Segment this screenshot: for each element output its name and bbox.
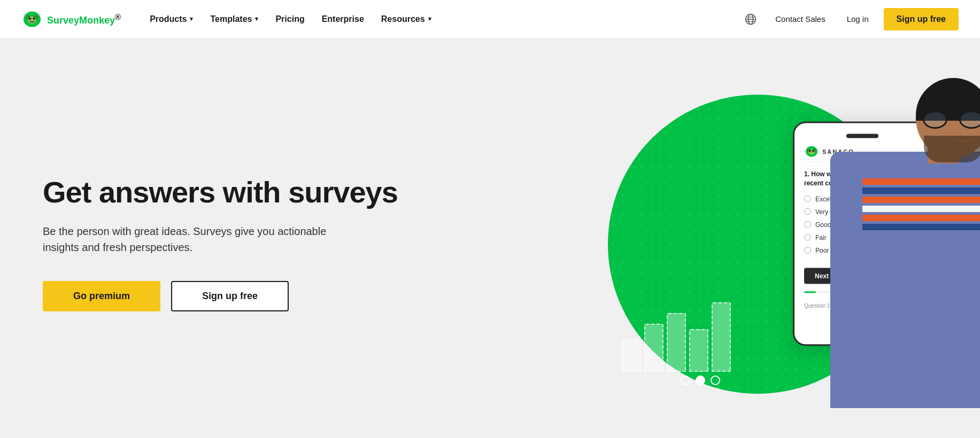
bar-1 bbox=[622, 340, 641, 372]
bar-2 bbox=[644, 324, 663, 372]
svg-point-16 bbox=[808, 150, 815, 155]
resources-chevron-icon: ▾ bbox=[428, 15, 431, 22]
svg-point-18 bbox=[812, 150, 814, 152]
bar-chart bbox=[622, 292, 731, 372]
hero-buttons: Go premium Sign up free bbox=[43, 281, 406, 311]
person-illustration bbox=[830, 73, 980, 404]
logo[interactable]: SurveyMonkey® bbox=[21, 11, 121, 28]
shirt-stripes bbox=[857, 178, 980, 233]
person-glasses bbox=[921, 110, 980, 129]
go-premium-button[interactable]: Go premium bbox=[43, 281, 160, 311]
logo-icon bbox=[21, 11, 43, 28]
hero-title: Get answers with surveys bbox=[43, 176, 406, 209]
dot-2[interactable] bbox=[696, 376, 705, 385]
stripe-3 bbox=[857, 197, 980, 203]
bar-5 bbox=[712, 302, 731, 372]
radio-good[interactable] bbox=[804, 221, 811, 228]
navbar-right: Contact Sales Log in Sign up free bbox=[741, 8, 959, 30]
option-good-label: Good bbox=[815, 221, 831, 228]
main-nav: Products ▾ Templates ▾ Pricing Enterpris… bbox=[142, 10, 741, 28]
login-button[interactable]: Log in bbox=[840, 10, 875, 28]
glass-bridge bbox=[951, 119, 956, 121]
logo-text: SurveyMonkey® bbox=[47, 12, 121, 26]
radio-poor[interactable] bbox=[804, 247, 811, 254]
globe-icon bbox=[745, 13, 757, 25]
signup-button[interactable]: Sign up free bbox=[884, 8, 959, 30]
stripe-6 bbox=[857, 224, 980, 230]
hero-signup-button[interactable]: Sign up free bbox=[171, 281, 289, 311]
stripe-2 bbox=[857, 187, 980, 194]
radio-excellent[interactable] bbox=[804, 195, 811, 202]
glass-right bbox=[959, 111, 980, 129]
globe-button[interactable] bbox=[741, 10, 760, 29]
svg-point-17 bbox=[809, 150, 811, 152]
glass-left bbox=[923, 111, 947, 129]
pagination-dots bbox=[681, 376, 720, 385]
progress-fill bbox=[804, 291, 816, 293]
stripe-4 bbox=[857, 206, 980, 212]
nav-enterprise[interactable]: Enterprise bbox=[314, 10, 372, 28]
jacket-left bbox=[830, 152, 862, 408]
nav-resources[interactable]: Resources ▾ bbox=[374, 10, 439, 28]
products-chevron-icon: ▾ bbox=[190, 15, 193, 22]
nav-products[interactable]: Products ▾ bbox=[142, 10, 200, 28]
stripe-1 bbox=[857, 178, 980, 185]
bar-3 bbox=[667, 313, 686, 372]
templates-chevron-icon: ▾ bbox=[255, 15, 258, 22]
hero-content-left: Get answers with surveys Be the person w… bbox=[43, 165, 406, 312]
navbar: SurveyMonkey® Products ▾ Templates ▾ Pri… bbox=[0, 0, 980, 38]
hero-section: Get answers with surveys Be the person w… bbox=[0, 38, 980, 438]
radio-verygood[interactable] bbox=[804, 208, 811, 215]
dot-3[interactable] bbox=[711, 376, 720, 385]
hero-illustration: SANACO 1. How would you rate our most re… bbox=[579, 51, 980, 425]
svg-point-4 bbox=[29, 17, 32, 20]
nav-pricing[interactable]: Pricing bbox=[268, 10, 312, 28]
stripe-5 bbox=[857, 215, 980, 221]
bar-4 bbox=[689, 329, 708, 372]
contact-sales-link[interactable]: Contact Sales bbox=[769, 10, 831, 28]
dot-1[interactable] bbox=[681, 376, 690, 385]
option-poor-label: Poor bbox=[815, 246, 829, 254]
hero-subtitle: Be the person with great ideas. Surveys … bbox=[43, 223, 342, 255]
svg-point-7 bbox=[34, 17, 35, 18]
svg-point-3 bbox=[28, 16, 36, 24]
svg-point-6 bbox=[30, 17, 31, 18]
option-fair-label: Fair bbox=[815, 233, 827, 241]
phone-logo-icon bbox=[804, 146, 819, 158]
nav-templates[interactable]: Templates ▾ bbox=[203, 10, 266, 28]
radio-fair[interactable] bbox=[804, 234, 811, 241]
svg-point-5 bbox=[33, 17, 36, 20]
person-body bbox=[830, 152, 980, 408]
